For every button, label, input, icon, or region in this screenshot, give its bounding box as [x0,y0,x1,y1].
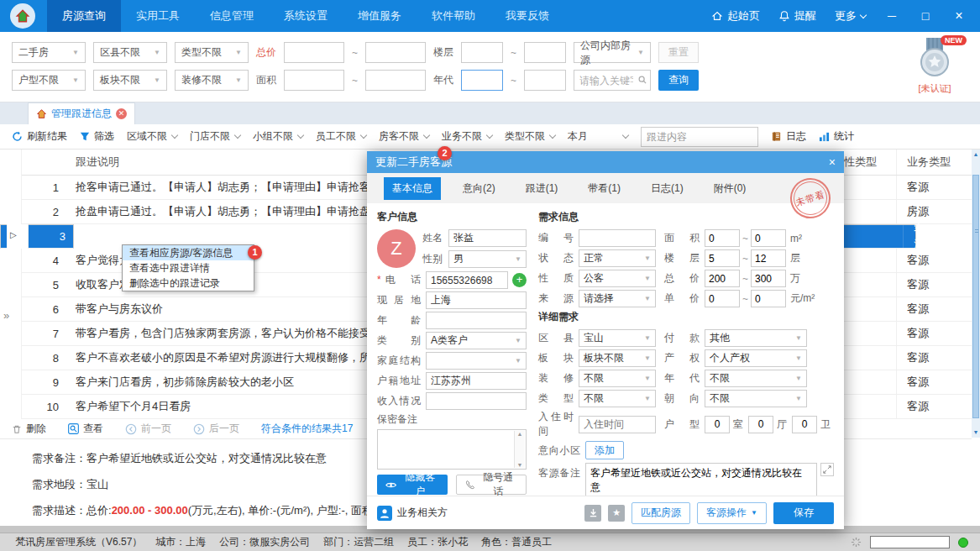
tab-basic-info[interactable]: 基本信息 [384,177,441,200]
business-type-cell[interactable]: 客源 [842,176,972,200]
related-parties-button[interactable]: 业务相关方 [377,506,448,521]
view-button[interactable]: 查看 [68,422,103,436]
hide-customer-button[interactable]: 隐藏客户 [377,475,448,495]
region-dropdown[interactable]: 区域不限 [127,129,177,144]
client-note-textarea[interactable]: 客户希望近地铁或近公交站，对交通情况比较在意 [585,463,817,496]
movein-input[interactable] [579,416,656,433]
category-select[interactable]: A类客户▼ [426,332,527,349]
menu-feedback[interactable]: 我要反馈 [490,0,564,32]
family-select[interactable]: ▼ [426,352,527,370]
keyword-search[interactable] [574,70,651,91]
business-type-cell[interactable]: 房源 [842,200,972,224]
halls-input[interactable] [748,416,773,433]
floor-min[interactable] [705,249,740,267]
table-row-selected[interactable]: 32室，客户觉得有点小，想找3室看看 [0,224,74,249]
business-type-cell-selected[interactable]: 客源 [842,224,916,249]
orientation-select[interactable]: 不限▼ [705,390,807,407]
scrollbar-thumb[interactable] [972,175,979,418]
unitprice-max[interactable] [751,290,786,307]
employee-dropdown[interactable]: 员工不限 [316,129,366,144]
next-page-button[interactable]: 后一页 [193,422,239,436]
client-dropdown[interactable]: 房客不限 [379,129,429,144]
alerts-button[interactable]: 提醒 [778,8,816,24]
phone-input[interactable] [426,271,508,289]
expand-note-button[interactable] [820,463,834,476]
menu-housing-search[interactable]: 房源查询 [47,0,121,32]
add-phone-icon[interactable]: + [512,273,527,287]
residence-input[interactable] [426,291,527,309]
expand-sidebar-icon[interactable]: » [3,309,9,322]
floor-min-input[interactable] [461,42,503,63]
business-type-cell[interactable]: 客源 [842,297,972,322]
client-ops-button[interactable]: 客源操作▼ [697,502,767,524]
query-button[interactable]: 查询 [658,70,699,91]
type-dropdown[interactable]: 类型不限 [505,129,555,144]
year-select[interactable]: 不限▼ [705,370,807,387]
type-select[interactable]: 类型不限▼ [175,42,249,63]
tab-log[interactable]: 日志(1) [642,177,692,200]
block-select-modal[interactable]: 板块不限▼ [579,349,656,367]
baths-input[interactable] [792,416,817,433]
year-max-input[interactable] [524,70,566,91]
more-button[interactable]: 更多 [835,8,866,24]
status-input[interactable] [870,536,950,548]
filter-button[interactable]: 筛选 [80,129,114,144]
tab-intention[interactable]: 意向(2) [454,177,504,200]
area-max-input[interactable] [365,70,426,91]
scope-select[interactable]: 公司内部房源▼ [574,42,651,63]
menu-tools[interactable]: 实用工具 [121,0,195,32]
modal-close-icon[interactable]: × [829,155,836,169]
deco-select-modal[interactable]: 不限▼ [579,370,656,387]
scroll-up-icon[interactable]: ▲ [517,431,523,437]
price-min[interactable] [705,270,740,287]
district-select[interactable]: 区县不限▼ [93,42,167,63]
floor-max[interactable] [751,249,786,267]
masked-call-button[interactable]: 隐号通话 [456,475,527,495]
scroll-down-icon[interactable]: ▼ [517,462,523,468]
followup-content-input[interactable] [641,127,758,147]
property-select[interactable]: 个人产权▼ [705,349,807,367]
business-type-cell[interactable]: 客源 [842,322,972,346]
price-max[interactable] [751,270,786,287]
area-min[interactable] [705,229,740,247]
tab-close-icon[interactable]: ✕ [116,108,127,119]
age-input[interactable] [426,312,527,329]
context-view-source-info[interactable]: 查看相应房源/客源信息1 [123,245,254,260]
deco-select[interactable]: 装修不限▼ [175,70,249,91]
business-type-cell[interactable]: 客源 [842,346,972,370]
favorite-button[interactable]: ★ [608,505,625,522]
nature-select[interactable]: 公客▼ [579,270,656,287]
income-input[interactable] [426,392,527,410]
business-type-cell[interactable]: 客源 [842,249,972,273]
district-select-modal[interactable]: 宝山▼ [579,329,656,347]
gender-select[interactable]: 男▼ [448,250,527,268]
maximize-button[interactable]: □ [918,9,933,23]
business-dropdown[interactable]: 业务不限 [442,129,492,144]
unitprice-min[interactable] [705,290,740,307]
log-button[interactable]: 日志 [771,129,806,144]
group-dropdown[interactable]: 小组不限 [253,129,303,144]
month-dropdown[interactable]: 本月 [568,129,628,144]
scroll-down-icon[interactable]: ▼ [972,428,980,438]
code-input[interactable] [579,229,656,247]
status-select[interactable]: 正常▼ [579,249,656,267]
payment-select[interactable]: 其他▼ [705,329,807,347]
prev-page-button[interactable]: 前一页 [125,422,171,436]
pin-button[interactable] [584,505,601,522]
source-select[interactable]: 请选择▼ [579,290,656,307]
layout-select[interactable]: 户型不限▼ [12,70,86,91]
home-page-button[interactable]: 起始页 [711,8,760,24]
year-min-input[interactable] [461,70,503,91]
tab-attachment[interactable]: 附件(0) [705,177,755,200]
refresh-button[interactable]: 刷新结果 [12,129,67,144]
tab-followup[interactable]: 跟进(1) [517,177,567,200]
save-button[interactable]: 保存 [773,502,834,524]
modal-titlebar[interactable]: 更新二手房客源 2 × [367,151,844,173]
secret-note-textarea[interactable] [378,430,526,469]
type-select-modal[interactable]: 不限▼ [579,390,656,407]
reset-button[interactable]: 重置 [658,42,699,63]
area-min-input[interactable] [284,70,344,91]
add-community-button[interactable]: 添加 [585,441,624,459]
business-type-cell[interactable]: 客源 [842,395,972,419]
menu-system-settings[interactable]: 系统设置 [269,0,343,32]
